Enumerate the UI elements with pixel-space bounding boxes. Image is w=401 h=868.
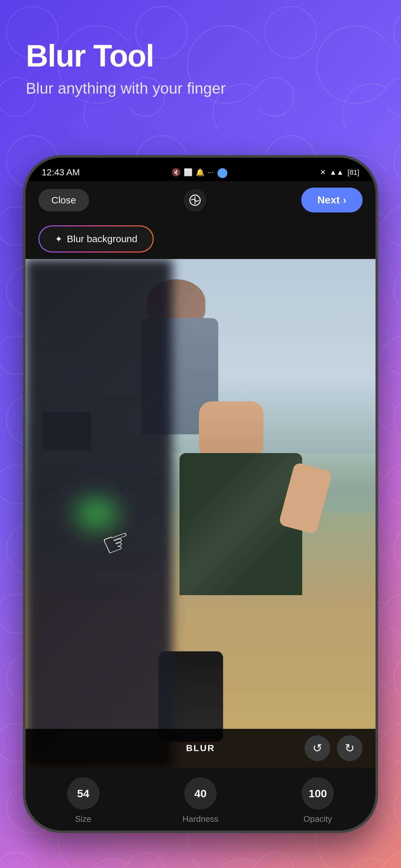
size-control[interactable]: 54 Size (67, 777, 99, 824)
tool-label: BLUR (186, 743, 215, 753)
image-canvas[interactable]: ☞ BLUR ↺ ↻ (26, 259, 375, 768)
mute-icon: 🔇 (172, 168, 181, 177)
menu-dots: ··· (208, 168, 213, 177)
next-button[interactable]: Next › (301, 188, 363, 213)
app-logo (184, 189, 206, 212)
blur-bg-bar: ✦ Blur background (26, 219, 375, 259)
next-arrow-icon: › (343, 194, 346, 206)
camera-icon: ⬤ (217, 166, 228, 178)
redo-button[interactable]: ↻ (337, 735, 363, 761)
opacity-value: 100 (302, 777, 334, 810)
bottom-controls: 54 Size 40 Hardness 100 Opacity (26, 768, 375, 831)
page-subtitle: Blur anything with your finger (26, 80, 375, 97)
status-bar: 12:43 AM 🔇 ⬜ 🔔 ··· ⬤ ✕ ▲▲ [81] (26, 158, 375, 181)
blur-background-button[interactable]: ✦ Blur background (38, 225, 154, 252)
opacity-label: Opacity (304, 814, 332, 824)
phone-mockup: 12:43 AM 🔇 ⬜ 🔔 ··· ⬤ ✕ ▲▲ [81] Close (23, 155, 378, 833)
notification-icon: 🔔 (196, 168, 204, 177)
undo-icon: ↺ (312, 741, 322, 755)
top-action-bar: Close Next › (26, 181, 375, 219)
wifi-icon: ▲▲ (330, 168, 344, 177)
redo-icon: ↻ (345, 741, 354, 755)
blur-background-label: Blur background (67, 234, 137, 244)
next-label: Next (317, 194, 340, 206)
image-bottom-bar: BLUR ↺ ↻ (26, 729, 375, 768)
screenshot-icon: ⬜ (184, 168, 192, 177)
x-icon: ✕ (320, 168, 326, 177)
hardness-control[interactable]: 40 Hardness (182, 777, 218, 824)
hardness-value: 40 (184, 777, 217, 810)
hardness-label: Hardness (182, 814, 218, 824)
sparkle-icon: ✦ (55, 234, 62, 244)
close-button[interactable]: Close (38, 189, 89, 212)
size-value: 54 (67, 777, 99, 810)
battery-indicator: [81] (347, 168, 359, 177)
size-label: Size (75, 814, 91, 824)
page-title: Blur Tool (26, 39, 375, 73)
opacity-control[interactable]: 100 Opacity (302, 777, 334, 824)
status-icons: 🔇 ⬜ 🔔 ··· ⬤ (172, 166, 227, 178)
status-right: ✕ ▲▲ [81] (320, 168, 359, 177)
status-time: 12:43 AM (42, 167, 80, 178)
undo-button[interactable]: ↺ (305, 735, 330, 761)
